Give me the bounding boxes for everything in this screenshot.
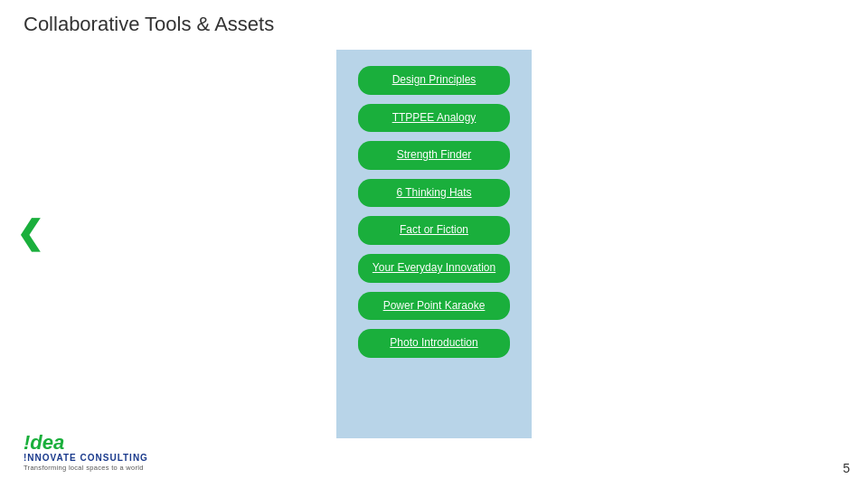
logo-tagline: Transforming local spaces to a world (24, 464, 144, 472)
page-title: Collaborative Tools & Assets (24, 13, 274, 36)
menu-item-power-point-karaoke[interactable]: Power Point Karaoke (358, 292, 510, 321)
logo-company-name: !NNOVATE CONSULTING (24, 453, 148, 464)
menu-item-6-thinking-hats[interactable]: 6 Thinking Hats (358, 179, 510, 208)
menu-item-ttppee-analogy[interactable]: TTPPEE Analogy (358, 104, 510, 133)
menu-item-fact-or-fiction[interactable]: Fact or Fiction (358, 216, 510, 245)
menu-item-strength-finder[interactable]: Strength Finder (358, 141, 510, 170)
logo-area: !dea !NNOVATE CONSULTING Transforming lo… (24, 433, 148, 472)
menu-item-your-everyday-innovation[interactable]: Your Everyday Innovation (358, 254, 510, 283)
chevron-left-icon[interactable]: ❮ (16, 217, 43, 249)
menu-panel: Design PrinciplesTTPPEE AnalogyStrength … (336, 50, 532, 438)
logo-exclaim: !dea (24, 433, 64, 453)
page-number: 5 (843, 461, 850, 475)
menu-item-design-principles[interactable]: Design Principles (358, 66, 510, 95)
menu-item-photo-introduction[interactable]: Photo Introduction (358, 329, 510, 358)
